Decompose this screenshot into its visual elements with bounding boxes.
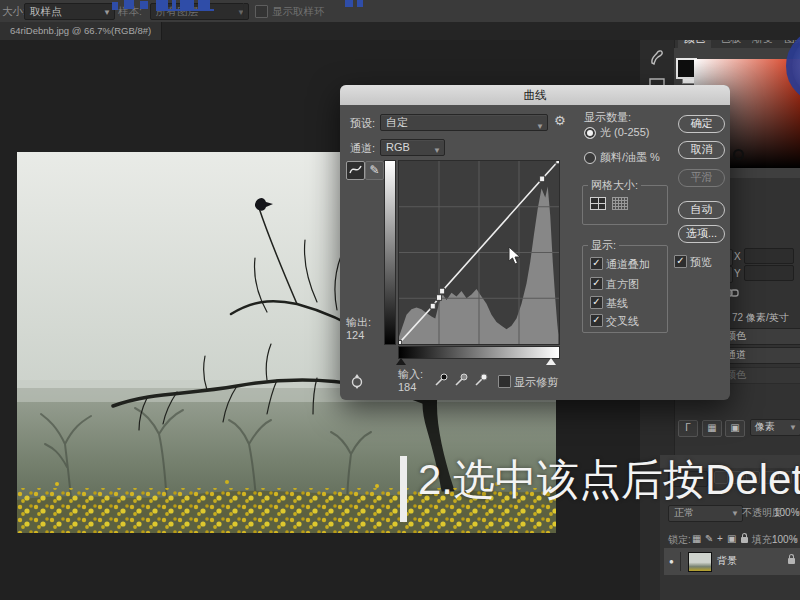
preview-label: 预览 [690, 256, 712, 269]
resolution-value: 72 像素/英寸 [732, 312, 789, 324]
preset-options-gear-icon[interactable]: ⚙ [554, 113, 566, 128]
targeted-adjustment-icon[interactable] [350, 373, 368, 389]
white-point-eyedropper-icon[interactable] [474, 372, 489, 387]
input-label: 输入: [398, 368, 423, 381]
curves-dialog: 曲线 预设: 自定▼ ⚙ 通道: RGB▼ ✎ 输出: 124 输入: 184 [340, 85, 730, 400]
caption-accent-bar [400, 456, 407, 522]
channel-overlays-label: 通道叠加 [606, 258, 650, 271]
layer-name: 背景 [717, 555, 737, 567]
size-label: 大小: [2, 0, 26, 22]
toolbar-divider [243, 3, 244, 19]
output-value: 124 [346, 329, 364, 342]
preset-label: 预设: [350, 117, 375, 130]
dialog-title[interactable]: 曲线 [340, 85, 730, 105]
input-gradient-strip [398, 346, 560, 359]
curve-plot-area[interactable] [398, 160, 560, 345]
intersection-checkbox[interactable]: ✓ [590, 314, 603, 327]
lock-transparency-icon[interactable]: ▦ [692, 533, 701, 545]
pigment-radio-label: 颜料/油墨 % [600, 151, 660, 164]
document-tab-bar: 64riDebnb.jpg @ 66.7%(RGB/8#) [0, 22, 800, 40]
color-picker-handle[interactable] [733, 149, 744, 160]
x-axis-label: X [734, 251, 741, 263]
detailed-grid-button[interactable] [612, 197, 628, 210]
layer-row-background[interactable]: ● 背景 [664, 548, 800, 575]
histogram-checkbox[interactable]: ✓ [590, 277, 603, 290]
baseline-checkbox[interactable]: ✓ [590, 296, 603, 309]
show-ring-checkbox[interactable] [255, 5, 268, 18]
show-clipping-label: 显示修剪 [514, 376, 558, 389]
output-label: 输出: [346, 316, 371, 329]
lock-position-icon[interactable]: + [717, 533, 723, 545]
layer-visibility-eye-icon[interactable]: ● [669, 556, 674, 568]
y-value-field[interactable] [744, 265, 794, 281]
lock-pixels-icon[interactable]: ✎ [705, 533, 713, 545]
brush-panel-icon[interactable] [649, 48, 665, 66]
grid-size-label: 网格大小: [588, 179, 641, 191]
baseline-label: 基线 [606, 297, 628, 310]
ruler-unit-dropdown[interactable]: 像素▼ [750, 419, 800, 436]
document-tab[interactable]: 64riDebnb.jpg @ 66.7%(RGB/8#) [0, 22, 162, 40]
clipped-text-underline [156, 9, 214, 11]
curve-point [440, 288, 445, 294]
curve-point [437, 295, 442, 301]
histogram-label: 直方图 [606, 278, 639, 291]
ruler-corner-icon[interactable]: Г [678, 420, 698, 437]
intersection-label: 交叉线 [606, 315, 639, 328]
photoshop-window: 大小: 取样点▼ 样本: 所有图层▼ 显示取样环 64riDebnb.jpg @… [0, 0, 800, 600]
pencil-tool-button[interactable]: ✎ [365, 161, 384, 180]
options-button[interactable]: 选项... [678, 225, 725, 243]
input-value: 184 [398, 381, 416, 394]
display-amount-label: 显示数量: [584, 111, 631, 124]
shadow-input-slider[interactable] [396, 358, 406, 365]
chevron-down-icon[interactable]: ▼ [792, 534, 799, 546]
layer-thumbnail[interactable] [688, 552, 712, 572]
lock-label: 锁定: [668, 534, 691, 546]
output-gradient-strip [384, 160, 396, 345]
y-axis-label: Y [734, 268, 741, 280]
black-point-eyedropper-icon[interactable] [434, 372, 449, 387]
light-radio-label: 光 (0-255) [600, 126, 650, 139]
clipped-text-fragment [345, 0, 353, 7]
preset-dropdown[interactable]: 自定▼ [380, 114, 548, 131]
pigment-radio[interactable] [584, 152, 596, 164]
curve-point [399, 340, 402, 344]
edit-points-tool-button[interactable] [346, 161, 365, 180]
layer-row-divider [680, 552, 681, 571]
preview-checkbox[interactable]: ✓ [674, 255, 687, 268]
light-radio[interactable] [584, 127, 596, 139]
curve-point [540, 176, 545, 182]
curve-tool-icon [348, 162, 363, 177]
cancel-button[interactable]: 取消 [678, 141, 725, 159]
guides-toggle-icon[interactable]: ▣ [725, 420, 745, 437]
options-bar: 大小: 取样点▼ 样本: 所有图层▼ 显示取样环 [0, 0, 800, 23]
lock-all-icon[interactable] [741, 537, 748, 543]
curve-point [430, 303, 435, 309]
grid-toggle-icon[interactable]: ▦ [702, 420, 722, 437]
smooth-button[interactable]: 平滑 [678, 169, 725, 187]
clipped-text-fragment [140, 1, 148, 9]
tutorial-caption: 2.选中该点后按Delete [418, 448, 800, 512]
chevron-down-icon: ▼ [789, 421, 797, 435]
simple-grid-button[interactable] [590, 197, 606, 210]
show-clipping-checkbox[interactable] [498, 375, 511, 388]
chevron-down-icon: ▼ [536, 119, 544, 134]
x-value-field[interactable] [744, 248, 794, 264]
clipped-text-fragment [124, 0, 134, 9]
chevron-down-icon: ▼ [433, 143, 441, 158]
highlight-input-slider[interactable] [546, 358, 556, 365]
background-lock-icon [788, 558, 795, 564]
sample-size-dropdown[interactable]: 取样点▼ [24, 3, 115, 20]
channel-label: 通道: [350, 142, 375, 155]
ok-button[interactable]: 确定 [678, 115, 725, 133]
gray-point-eyedropper-icon[interactable] [454, 372, 469, 387]
channel-overlays-checkbox[interactable]: ✓ [590, 257, 603, 270]
lock-artboard-icon[interactable]: ▣ [727, 533, 736, 545]
curve-point [556, 161, 559, 164]
clipped-text-fragment [357, 0, 363, 7]
channel-dropdown[interactable]: RGB▼ [380, 139, 445, 156]
clipped-text-fragment [112, 2, 118, 10]
auto-button[interactable]: 自动 [678, 201, 725, 219]
show-ring-label: 显示取样环 [272, 0, 325, 22]
show-label: 显示: [588, 239, 619, 251]
chevron-down-icon: ▼ [103, 5, 111, 20]
